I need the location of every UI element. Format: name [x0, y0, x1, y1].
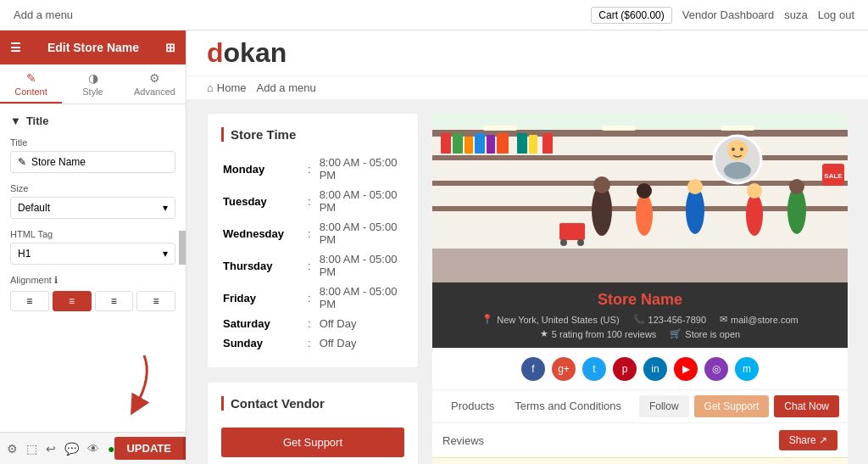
- svg-rect-13: [529, 135, 537, 154]
- vacation-message: Store vacation message set in vendor das…: [432, 457, 848, 464]
- svg-rect-12: [517, 133, 527, 154]
- site-logo: dokan: [207, 37, 287, 69]
- contact-vendor-card-1: Contact Vendor Get Support: [207, 382, 419, 464]
- store-time-title: Store Time: [221, 127, 404, 142]
- day-cell: Friday: [223, 282, 299, 313]
- hours-cell: Off Day: [320, 334, 403, 352]
- html-tag-label: HTML Tag: [10, 229, 175, 239]
- separator-cell: :: [301, 315, 318, 333]
- day-cell: Wednesday: [223, 218, 299, 249]
- title-value: Store Name: [31, 156, 86, 168]
- store-status: 🛒 Store is open: [670, 328, 740, 339]
- update-button[interactable]: UPDATE: [114, 437, 182, 460]
- contact-vendor-1-title: Contact Vendor: [221, 396, 404, 411]
- html-tag-select[interactable]: H1 ▾: [10, 243, 175, 265]
- svg-rect-8: [465, 137, 473, 154]
- desktop-tool[interactable]: ⬚: [26, 442, 37, 456]
- table-row: Wednesday : 8:00 AM - 05:00 PM: [223, 218, 403, 249]
- day-cell: Sunday: [223, 334, 299, 352]
- align-right-button[interactable]: ≡: [95, 291, 134, 311]
- svg-point-24: [636, 193, 653, 236]
- store-social-bar: f g+ t p in ▶ ◎ m: [432, 348, 848, 389]
- home-label: Home: [217, 81, 247, 94]
- undo-tool[interactable]: ↩: [46, 442, 56, 456]
- svg-rect-7: [453, 133, 463, 154]
- user-account-link[interactable]: suza: [784, 8, 807, 21]
- top-nav-left: Add a menu: [14, 8, 73, 21]
- size-select[interactable]: Default ▾: [10, 197, 175, 219]
- store-image-area: SALE: [432, 113, 848, 282]
- update-dropdown-button[interactable]: ▾: [183, 437, 186, 460]
- hours-cell: 8:00 AM - 05:00 PM: [320, 250, 403, 281]
- store-name: Store Name: [444, 291, 836, 309]
- pinterest-icon[interactable]: p: [613, 357, 637, 381]
- store-illustration: SALE: [432, 113, 848, 282]
- comment-tool[interactable]: 💬: [64, 442, 79, 456]
- get-support-store-button[interactable]: Get Support: [694, 395, 770, 417]
- instagram-icon[interactable]: ◎: [704, 357, 728, 381]
- svg-point-28: [746, 193, 763, 236]
- get-support-button[interactable]: Get Support: [221, 428, 404, 457]
- tab-products[interactable]: Products: [441, 391, 504, 422]
- eye-tool[interactable]: 👁: [87, 442, 99, 456]
- collapse-handle[interactable]: ‹: [179, 231, 186, 265]
- tab-style-label: Style: [82, 87, 103, 97]
- add-menu-nav-link[interactable]: Add a menu: [257, 81, 316, 94]
- content-area: dokan ⌂ Home Add a menu Store Time Monda…: [186, 31, 868, 464]
- svg-rect-17: [721, 126, 754, 131]
- table-row: Saturday : Off Day: [223, 315, 403, 333]
- store-rating: ★ 5 rating from 100 reviews: [540, 328, 657, 339]
- grid-icon[interactable]: ⊞: [165, 41, 175, 54]
- hamburger-icon[interactable]: ☰: [10, 41, 21, 54]
- logout-link[interactable]: Log out: [818, 8, 854, 21]
- linkedin-icon[interactable]: in: [643, 357, 667, 381]
- svg-point-23: [593, 176, 610, 193]
- hours-cell: Off Day: [320, 315, 403, 333]
- chat-now-button[interactable]: Chat Now: [774, 395, 839, 417]
- tab-style[interactable]: ◑ Style: [62, 64, 124, 103]
- size-label: Size: [10, 183, 175, 193]
- align-center-button[interactable]: ≡: [53, 291, 92, 311]
- store-right-column: SALE Store Name: [432, 113, 848, 464]
- tab-content[interactable]: ✎ Content: [0, 64, 62, 103]
- settings-tool[interactable]: ⚙: [7, 442, 18, 456]
- facebook-icon[interactable]: f: [521, 357, 545, 381]
- sidebar-tabs: ✎ Content ◑ Style ⚙ Advanced: [0, 64, 186, 104]
- share-button[interactable]: Share ↗: [779, 430, 837, 450]
- home-link[interactable]: ⌂ Home: [207, 81, 247, 94]
- status-indicator: ●: [108, 442, 114, 456]
- add-menu-link[interactable]: Add a menu: [14, 8, 73, 21]
- star-icon: ★: [540, 328, 548, 339]
- align-justify-button[interactable]: ≡: [136, 291, 175, 311]
- googleplus-icon[interactable]: g+: [552, 357, 576, 381]
- messenger-icon[interactable]: m: [735, 357, 759, 381]
- separator-cell: :: [301, 250, 318, 281]
- tab-terms-conditions[interactable]: Terms and Conditions: [504, 391, 632, 422]
- html-tag-field-group: HTML Tag H1 ▾: [10, 229, 175, 265]
- separator-cell: :: [301, 154, 318, 184]
- svg-rect-11: [497, 133, 509, 154]
- store-tabs-bar: Products Terms and Conditions Follow Get…: [432, 389, 848, 422]
- tab-advanced[interactable]: ⚙ Advanced: [124, 64, 186, 103]
- youtube-icon[interactable]: ▶: [674, 357, 698, 381]
- svg-point-31: [789, 179, 804, 194]
- follow-button[interactable]: Follow: [639, 395, 689, 417]
- logo-d: d: [207, 37, 224, 68]
- svg-rect-6: [441, 133, 451, 154]
- phone-icon: 📞: [633, 314, 645, 325]
- store-email: ✉ mail@store.com: [720, 314, 798, 325]
- twitter-icon[interactable]: t: [582, 357, 606, 381]
- bottom-toolbar: ⚙ ⬚ ↩ 💬 👁 ● UPDATE ▾: [0, 432, 186, 464]
- day-cell: Tuesday: [223, 186, 299, 216]
- svg-rect-19: [559, 223, 585, 240]
- svg-point-37: [732, 148, 735, 151]
- alignment-options: ≡ ≡ ≡ ≡: [10, 291, 175, 311]
- title-input-wrapper[interactable]: ✎ Store Name: [10, 151, 175, 173]
- hours-cell: 8:00 AM - 05:00 PM: [320, 282, 403, 313]
- vendor-dashboard-link[interactable]: Vendor Dashboard: [682, 8, 774, 21]
- svg-rect-15: [483, 126, 517, 131]
- hours-cell: 8:00 AM - 05:00 PM: [320, 186, 403, 216]
- align-left-button[interactable]: ≡: [10, 291, 49, 311]
- svg-point-38: [740, 148, 743, 151]
- cart-button[interactable]: Cart ($600.00): [591, 7, 671, 24]
